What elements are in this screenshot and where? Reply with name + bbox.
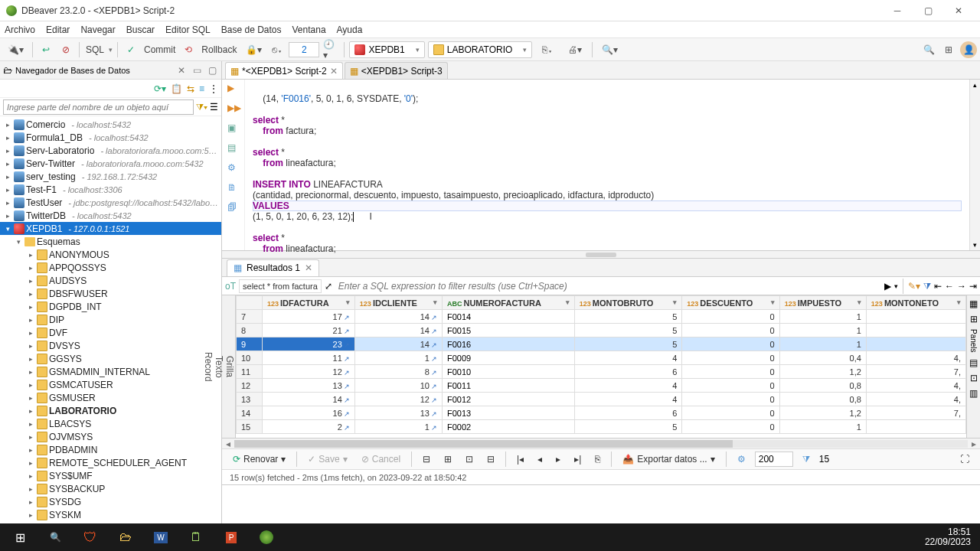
- stop-icon[interactable]: ⚙: [227, 162, 240, 174]
- tree-node[interactable]: ▾ XEPDB1- 127.0.0.1:1521: [0, 222, 221, 235]
- table-row[interactable]: 92314F0016501: [237, 337, 966, 351]
- cancel-btn[interactable]: ⊘Cancel: [357, 451, 405, 468]
- expl-a[interactable]: 🗎: [227, 182, 240, 194]
- close-icon[interactable]: ✕: [330, 66, 338, 77]
- menu-icon[interactable]: ⋮: [209, 83, 218, 94]
- maximize-button[interactable]: ▢: [913, 0, 943, 21]
- nav-goto[interactable]: ⎘: [590, 451, 605, 468]
- tx-dropdown[interactable]: 🔒▾: [241, 41, 266, 58]
- prev-icon[interactable]: ←: [945, 281, 954, 292]
- tree-node[interactable]: ▸ Serv-Laboratorio- laboratoriorafa.mooo…: [0, 144, 221, 157]
- nav-first[interactable]: |◂: [512, 451, 528, 468]
- nav-next[interactable]: ▸: [551, 451, 565, 468]
- scroll-up[interactable]: ▴: [973, 81, 977, 89]
- tree-schema[interactable]: ▸ OJVMSYS: [0, 430, 221, 443]
- settings-icon[interactable]: ⚙: [733, 451, 750, 468]
- table-row[interactable]: 141613F0013601,27,: [237, 406, 966, 420]
- tree-schema[interactable]: ▸ APPQOSSYS: [0, 261, 221, 274]
- tree-node[interactable]: ▸ Comercio- localhost:5432: [0, 118, 221, 131]
- table-row[interactable]: 1521F0002501: [237, 420, 966, 434]
- dup-row[interactable]: ⊡: [461, 451, 478, 468]
- tool-b[interactable]: 🖨▾: [563, 41, 587, 58]
- add-row[interactable]: ⊞: [439, 451, 456, 468]
- grid-left-tabs[interactable]: GrillaTextoRecord: [222, 295, 236, 438]
- schema-selector[interactable]: LABORATORIO ▾: [428, 41, 533, 58]
- tree-node[interactable]: ▸ Serv-Twitter- laboratoriorafa.mooo.com…: [0, 157, 221, 170]
- connection-selector[interactable]: XEPDB1 ▾: [349, 41, 424, 58]
- minimize-button[interactable]: ─: [882, 0, 913, 21]
- tree-schema[interactable]: ▸ SYSKM: [0, 508, 221, 521]
- tree-schema[interactable]: ▸ DGPDB_INT: [0, 300, 221, 313]
- tree-schema[interactable]: ▸ DVSYS: [0, 339, 221, 352]
- search-button[interactable]: 🔍: [38, 525, 72, 549]
- tree-schema[interactable]: ▸ PDBADMIN: [0, 443, 221, 456]
- nav-min[interactable]: ▭: [191, 64, 203, 77]
- tree-schema[interactable]: ▸ GSMCATUSER: [0, 378, 221, 391]
- sql-editor[interactable]: (14, 'F0016', 5, 0, 1, 6, SYSDATE, '0');…: [245, 80, 969, 250]
- hscroll-left[interactable]: ◂: [222, 439, 234, 449]
- menu-ventana[interactable]: Ventana: [292, 24, 326, 35]
- filter-icon[interactable]: ⧩▾: [196, 102, 207, 112]
- apply-filter[interactable]: ▶: [884, 281, 891, 292]
- col-header[interactable]: 123IMPUESTO▾: [779, 296, 866, 310]
- filter-funnel-icon[interactable]: ⧩: [923, 281, 931, 292]
- table-row[interactable]: 121310F0011400,84,: [237, 379, 966, 393]
- commit-icon[interactable]: ✓: [122, 41, 139, 58]
- col-header[interactable]: 123MONTOBRUTO▾: [574, 296, 682, 310]
- tree-node[interactable]: ▸ TestUser- jdbc:postgresql://localhost:…: [0, 196, 221, 209]
- expl-b[interactable]: 🗐: [227, 202, 240, 214]
- last-icon[interactable]: ⇥: [969, 281, 977, 292]
- menu-editar[interactable]: Editar: [46, 24, 70, 35]
- nav-fwd[interactable]: ⊘: [57, 41, 74, 58]
- nav-prev[interactable]: ◂: [533, 451, 547, 468]
- tree-node[interactable]: ▸ Test-F1- localhost:3306: [0, 183, 221, 196]
- edit-row[interactable]: ⊟: [418, 451, 435, 468]
- max-panel[interactable]: ⛶: [956, 451, 974, 468]
- brave-icon[interactable]: 🛡: [74, 525, 107, 549]
- dbeaver-task-icon[interactable]: [250, 525, 283, 549]
- first-icon[interactable]: ⇤: [934, 281, 942, 292]
- hscroll-right[interactable]: ▸: [968, 439, 980, 449]
- tree-node[interactable]: ▸ serv_testing- 192.168.1.72:5432: [0, 170, 221, 183]
- notepad-icon[interactable]: 🗒: [179, 525, 213, 549]
- tree-schema[interactable]: ▸ LBACSYS: [0, 417, 221, 430]
- tree-schema[interactable]: ▸ GGSYS: [0, 352, 221, 365]
- commit-btn[interactable]: Commit: [142, 44, 177, 55]
- tree-schema[interactable]: ▸ REMOTE_SCHEDULER_AGENT: [0, 456, 221, 469]
- scroll-down[interactable]: ▾: [973, 241, 977, 249]
- word-icon[interactable]: W: [144, 525, 178, 549]
- nav-close[interactable]: ✕: [175, 64, 188, 77]
- link-icon[interactable]: ⇆: [187, 83, 194, 94]
- history-btn[interactable]: 🕘▾: [322, 41, 339, 58]
- tab-script-2[interactable]: ▦*<XEPDB1> Script-2✕: [225, 62, 343, 79]
- table-row[interactable]: 10111F0009400,44,: [237, 351, 966, 365]
- run-icon[interactable]: ▶: [227, 83, 240, 95]
- table-row[interactable]: 11128F0010601,27,: [237, 365, 966, 379]
- sql-label[interactable]: SQL: [84, 44, 106, 55]
- menu-navegar[interactable]: Navegar: [80, 24, 115, 35]
- col-header[interactable]: 123MONTONETO▾: [866, 296, 965, 310]
- global-search[interactable]: 🔍: [920, 41, 937, 58]
- next-icon[interactable]: →: [957, 281, 966, 292]
- rowcount-icon[interactable]: ⧩: [798, 451, 815, 468]
- del-row[interactable]: ⊟: [482, 451, 499, 468]
- tree-schema[interactable]: ▸ GSMADMIN_INTERNAL: [0, 365, 221, 378]
- collapse-icon[interactable]: ≡: [199, 83, 204, 94]
- tree-schema[interactable]: ▸ DVF: [0, 326, 221, 339]
- tree-schema[interactable]: ▸ DBSFWUSER: [0, 287, 221, 300]
- plan-icon[interactable]: ▤: [227, 142, 240, 155]
- tree-schema[interactable]: ▸ SYSBACKUP: [0, 482, 221, 495]
- nav-search-input[interactable]: [3, 99, 194, 115]
- new-conn-button[interactable]: 🔌▾: [3, 41, 28, 58]
- tree-schema[interactable]: ▸ DIP: [0, 313, 221, 326]
- menu-editor-sql[interactable]: Editor SQL: [165, 24, 211, 35]
- col-header[interactable]: 123IDFACTURA▾: [263, 296, 355, 310]
- tree-schema[interactable]: ▸ GSMUSER: [0, 391, 221, 404]
- paste-icon[interactable]: 📋: [171, 83, 182, 94]
- close-button[interactable]: ✕: [943, 0, 974, 21]
- rollback-btn[interactable]: Rollback: [200, 44, 238, 55]
- menu-archivo[interactable]: Archivo: [5, 24, 35, 35]
- tree-node[interactable]: ▾ Esquemas: [0, 235, 221, 248]
- explain-icon[interactable]: ▣: [227, 122, 240, 135]
- tree-node[interactable]: ▸ Formula1_DB- localhost:5432: [0, 131, 221, 144]
